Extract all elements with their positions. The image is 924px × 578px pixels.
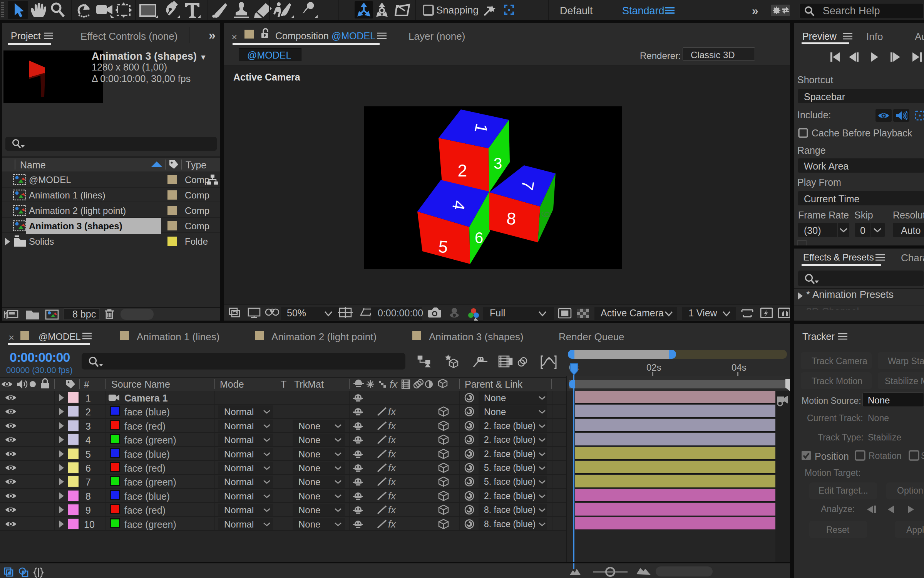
svg-text:3: 3 — [494, 155, 502, 172]
svg-text:Search Help: Search Help — [823, 5, 880, 17]
svg-text:Parent & Link: Parent & Link — [465, 379, 523, 390]
svg-text:Source Name: Source Name — [111, 379, 170, 390]
svg-text:Active Camera: Active Camera — [601, 307, 664, 318]
svg-text:Default: Default — [560, 5, 593, 17]
svg-text:1 View: 1 View — [688, 307, 718, 318]
svg-text:6: 6 — [475, 229, 483, 246]
svg-text:8: 8 — [506, 209, 517, 229]
svg-text:fx: fx — [390, 378, 398, 390]
svg-text:T: T — [281, 379, 286, 390]
svg-text:Snapping: Snapping — [436, 4, 479, 16]
svg-text:5: 5 — [437, 237, 449, 256]
svg-text:8 bpc: 8 bpc — [72, 309, 96, 319]
svg-text:50%: 50% — [287, 307, 306, 318]
svg-text:0:00:00:00: 0:00:00:00 — [378, 307, 423, 318]
svg-text:#: # — [84, 379, 89, 390]
svg-text:TrkMat: TrkMat — [294, 379, 324, 390]
svg-text:9: 9 — [539, 210, 552, 218]
svg-text:2: 2 — [458, 161, 467, 180]
svg-text:Standard: Standard — [622, 5, 665, 17]
svg-text:»: » — [752, 4, 758, 17]
svg-text:Mode: Mode — [220, 379, 244, 390]
svg-text:Full: Full — [490, 307, 505, 318]
